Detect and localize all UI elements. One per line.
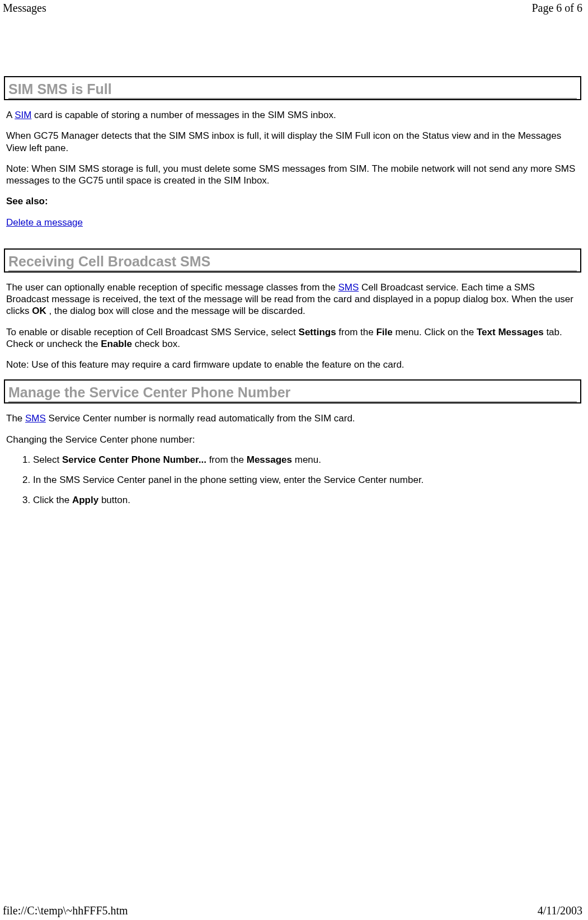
paragraph: Changing the Service Center phone number…: [6, 434, 579, 445]
list-item: Select Service Center Phone Number... fr…: [33, 454, 579, 466]
list-item: Click the Apply button.: [33, 495, 579, 506]
list-item: In the SMS Service Center panel in the p…: [33, 475, 579, 486]
heading-cell-broadcast: Receiving Cell Broadcast SMS: [8, 254, 577, 271]
section-sim-sms-full: SIM SMS is Full: [4, 76, 581, 100]
see-also-label: See also:: [6, 195, 579, 207]
heading-service-center: Manage the Service Center Phone Number: [8, 384, 577, 402]
paragraph: Note: When SIM SMS storage is full, you …: [6, 163, 579, 187]
content-cell-broadcast: The user can optionally enable reception…: [3, 281, 582, 371]
link-sms-2[interactable]: SMS: [25, 413, 46, 424]
paragraph: The SMS Service Center number is normall…: [6, 412, 579, 424]
header-page-number: Page 6 of 6: [531, 2, 582, 15]
heading-sim-sms-full: SIM SMS is Full: [8, 81, 577, 99]
header-title: Messages: [3, 2, 46, 15]
section-cell-broadcast: Receiving Cell Broadcast SMS: [4, 248, 581, 273]
page-header: Messages Page 6 of 6: [3, 2, 582, 15]
paragraph: The user can optionally enable reception…: [6, 281, 579, 317]
link-sms[interactable]: SMS: [338, 282, 359, 293]
paragraph: Delete a message: [6, 217, 579, 228]
link-sim[interactable]: SIM: [15, 110, 31, 120]
paragraph: Note: Use of this feature may require a …: [6, 359, 579, 370]
content-sim-sms-full: A SIM card is capable of storing a numbe…: [3, 109, 582, 228]
link-delete-message[interactable]: Delete a message: [6, 217, 83, 228]
paragraph: To enable or disable reception of Cell B…: [6, 326, 579, 350]
paragraph: A SIM card is capable of storing a numbe…: [6, 109, 579, 121]
section-service-center: Manage the Service Center Phone Number: [4, 379, 581, 403]
ordered-list-steps: Select Service Center Phone Number... fr…: [6, 454, 579, 506]
paragraph: When GC75 Manager detects that the SIM S…: [6, 130, 579, 154]
content-service-center: The SMS Service Center number is normall…: [3, 412, 582, 506]
